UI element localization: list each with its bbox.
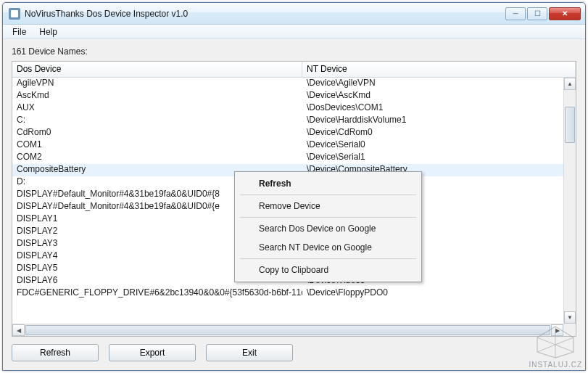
menubar: File Help — [3, 25, 585, 39]
cell-nt-device: \Device\FloppyPDO0 — [302, 287, 563, 300]
watermark: INSTALUJ.CZ — [529, 323, 582, 369]
cell-dos-device: AscKmd — [12, 90, 302, 102]
cell-dos-device: CdRom0 — [12, 127, 302, 139]
vertical-scrollbar[interactable]: ▲ ▼ — [563, 78, 576, 324]
window-controls: ─ ☐ ✕ — [505, 7, 581, 20]
button-row: Refresh Export Exit — [12, 344, 576, 361]
table-row[interactable]: AscKmd\Device\AscKmd — [12, 90, 563, 102]
vertical-scroll-thumb[interactable] — [565, 107, 575, 143]
table-row[interactable]: COM2\Device\Serial1 — [12, 152, 563, 164]
cell-dos-device: FDC#GENERIC_FLOPPY_DRIVE#6&2bc13940&0&0#… — [12, 287, 302, 300]
context-menu: Refresh Remove Device Search Dos Device … — [234, 171, 422, 282]
column-header-nt[interactable]: NT Device — [302, 62, 576, 77]
watermark-text: INSTALUJ.CZ — [529, 361, 582, 369]
scroll-down-icon[interactable]: ▼ — [564, 311, 576, 324]
window-title: NoVirusThanks Dos Device Inspector v1.0 — [25, 9, 505, 19]
cell-dos-device: AgileVPN — [12, 78, 302, 90]
table-row[interactable]: FDC#GENERIC_FLOPPY_DRIVE#6&2bc13940&0&0#… — [12, 287, 563, 300]
cell-nt-device: \Device\Serial0 — [302, 139, 563, 152]
cell-dos-device: AUX — [12, 102, 302, 115]
cell-nt-device: \Device\AscKmd — [302, 90, 563, 102]
refresh-button[interactable]: Refresh — [12, 344, 99, 361]
cell-dos-device: C: — [12, 115, 302, 127]
table-row[interactable]: AUX\DosDevices\COM1 — [12, 102, 563, 115]
scroll-up-icon[interactable]: ▲ — [564, 78, 576, 90]
ctx-refresh[interactable]: Refresh — [237, 174, 419, 193]
cell-nt-device: \Device\Serial1 — [302, 152, 563, 164]
cell-dos-device: COM1 — [12, 139, 302, 152]
maximize-button[interactable]: ☐ — [527, 7, 547, 20]
table-row[interactable]: C:\Device\HarddiskVolume1 — [12, 115, 563, 127]
minimize-button[interactable]: ─ — [505, 7, 526, 20]
export-button[interactable]: Export — [109, 344, 196, 361]
close-icon: ✕ — [562, 9, 568, 17]
table-row[interactable]: CdRom0\Device\CdRom0 — [12, 127, 563, 139]
watermark-logo-icon — [530, 323, 581, 359]
horizontal-scroll-thumb[interactable] — [25, 325, 550, 335]
cell-nt-device: \Device\CdRom0 — [302, 127, 563, 139]
table-row[interactable]: COM1\Device\Serial0 — [12, 139, 563, 152]
menu-file[interactable]: File — [7, 26, 31, 38]
horizontal-scrollbar[interactable]: ◀ ▶ — [12, 324, 563, 336]
titlebar[interactable]: NoVirusThanks Dos Device Inspector v1.0 … — [3, 3, 585, 25]
ctx-separator — [240, 217, 416, 218]
ctx-copy-clipboard[interactable]: Copy to Clipboard — [237, 261, 419, 279]
ctx-separator — [240, 258, 416, 259]
ctx-separator — [240, 194, 416, 195]
grid-header: Dos Device NT Device — [12, 62, 576, 78]
minimize-icon: ─ — [513, 9, 518, 17]
cell-nt-device: \Device\HarddiskVolume1 — [302, 115, 563, 127]
table-row[interactable]: AgileVPN\Device\AgileVPN — [12, 78, 563, 90]
cell-dos-device: COM2 — [12, 152, 302, 164]
maximize-icon: ☐ — [534, 9, 541, 17]
cell-nt-device: \DosDevices\COM1 — [302, 102, 563, 115]
ctx-search-nt-google[interactable]: Search NT Device on Google — [237, 238, 419, 257]
scroll-left-icon[interactable]: ◀ — [12, 324, 25, 336]
close-button[interactable]: ✕ — [549, 7, 581, 20]
cell-nt-device: \Device\AgileVPN — [302, 78, 563, 90]
app-icon — [9, 8, 20, 20]
exit-button[interactable]: Exit — [206, 344, 293, 361]
menu-help[interactable]: Help — [34, 26, 62, 38]
ctx-search-dos-google[interactable]: Search Dos Device on Google — [237, 219, 419, 238]
column-header-dos[interactable]: Dos Device — [12, 62, 302, 77]
ctx-remove-device[interactable]: Remove Device — [237, 197, 419, 216]
device-count-label: 161 Device Names: — [12, 46, 576, 57]
